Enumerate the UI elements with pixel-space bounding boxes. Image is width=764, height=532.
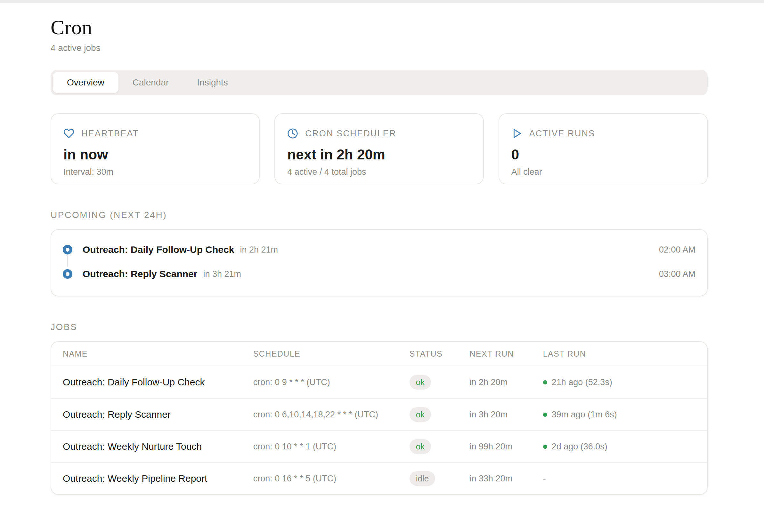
active-runs-label: ACTIVE RUNS [529,129,595,139]
column-header-status: STATUS [410,349,470,359]
upcoming-relative-time: in 2h 21m [240,245,278,255]
upcoming-job-name: Outreach: Reply Scanner [83,268,197,279]
job-schedule: cron: 0 6,10,14,18,22 * * * (UTC) [253,410,410,420]
stat-cards: HEARTBEAT in now Interval: 30m CRON SCHE… [51,113,708,184]
job-next-run: in 33h 20m [470,474,543,484]
job-last-run: 21h ago (52.3s) [552,377,612,387]
status-badge: ok [410,439,431,454]
play-icon [511,128,522,139]
job-name: Outreach: Reply Scanner [63,409,253,420]
jobs-table-header: NAME SCHEDULE STATUS NEXT RUN LAST RUN [51,342,707,366]
cron-scheduler-value: next in 2h 20m [287,147,471,163]
active-jobs-count: 4 active jobs [51,43,708,53]
upcoming-item[interactable]: Outreach: Reply Scanner in 3h 21m 03:00 … [63,262,695,286]
success-dot-icon [543,413,547,417]
upcoming-relative-time: in 3h 21m [203,269,241,279]
tab-insights-label: Insights [197,78,228,88]
tab-bar: Overview Calendar Insights [51,70,708,95]
table-row[interactable]: Outreach: Weekly Pipeline Report cron: 0… [51,462,707,494]
clock-icon [287,128,298,139]
heartbeat-label: HEARTBEAT [81,129,139,139]
upcoming-list: Outreach: Daily Follow-Up Check in 2h 21… [51,229,708,296]
tab-calendar-label: Calendar [132,78,169,88]
table-row[interactable]: Outreach: Weekly Nurture Touch cron: 0 1… [51,430,707,462]
job-last-run: 39m ago (1m 6s) [552,410,617,420]
active-runs-sub: All clear [511,167,695,177]
page-title: Cron [51,16,708,38]
status-badge: idle [410,471,435,486]
cron-dashboard: Cron 4 active jobs Overview Calendar Ins… [0,3,764,495]
job-name: Outreach: Weekly Nurture Touch [63,441,253,452]
heartbeat-card: HEARTBEAT in now Interval: 30m [51,113,260,184]
success-dot-icon [543,444,547,449]
upcoming-item[interactable]: Outreach: Daily Follow-Up Check in 2h 21… [63,238,695,262]
heartbeat-interval: Interval: 30m [64,167,247,177]
table-row[interactable]: Outreach: Daily Follow-Up Check cron: 0 … [51,366,707,398]
upcoming-clock-time: 03:00 AM [659,269,695,279]
job-schedule: cron: 0 9 * * * (UTC) [253,377,410,387]
cron-scheduler-sub: 4 active / 4 total jobs [287,167,471,177]
job-next-run: in 3h 20m [470,410,543,420]
job-schedule: cron: 0 16 * * 5 (UTC) [253,474,410,484]
table-row[interactable]: Outreach: Reply Scanner cron: 0 6,10,14,… [51,398,707,430]
tab-overview-label: Overview [67,78,104,88]
column-header-name: NAME [63,349,253,359]
job-next-run: in 99h 20m [470,442,543,452]
column-header-schedule: SCHEDULE [253,349,410,359]
jobs-heading: JOBS [51,322,708,332]
job-schedule: cron: 0 10 * * 1 (UTC) [253,442,410,452]
column-header-next-run: NEXT RUN [470,349,543,359]
active-runs-card: ACTIVE RUNS 0 All clear [498,113,708,184]
status-badge: ok [410,407,431,422]
upcoming-clock-time: 02:00 AM [659,245,695,255]
jobs-table: NAME SCHEDULE STATUS NEXT RUN LAST RUN O… [51,341,708,495]
upcoming-job-name: Outreach: Daily Follow-Up Check [83,244,234,255]
window-top-edge [0,0,764,3]
schedule-dot-icon [63,245,72,255]
upcoming-heading: UPCOMING (NEXT 24H) [51,210,708,220]
job-last-run: - [543,474,546,484]
job-name: Outreach: Daily Follow-Up Check [63,377,253,388]
success-dot-icon [543,380,547,384]
tab-calendar[interactable]: Calendar [118,72,183,93]
heartbeat-value: in now [64,147,247,163]
cron-scheduler-label: CRON SCHEDULER [305,129,396,139]
job-next-run: in 2h 20m [470,377,543,387]
tab-overview[interactable]: Overview [53,72,118,93]
status-badge: ok [410,375,431,390]
schedule-dot-icon [63,269,72,279]
column-header-last-run: LAST RUN [543,349,695,359]
active-runs-value: 0 [511,147,695,163]
tab-insights[interactable]: Insights [183,72,242,93]
job-last-run: 2d ago (36.0s) [552,442,607,452]
heart-icon [64,128,74,139]
cron-scheduler-card: CRON SCHEDULER next in 2h 20m 4 active /… [275,113,483,184]
job-name: Outreach: Weekly Pipeline Report [63,473,253,484]
